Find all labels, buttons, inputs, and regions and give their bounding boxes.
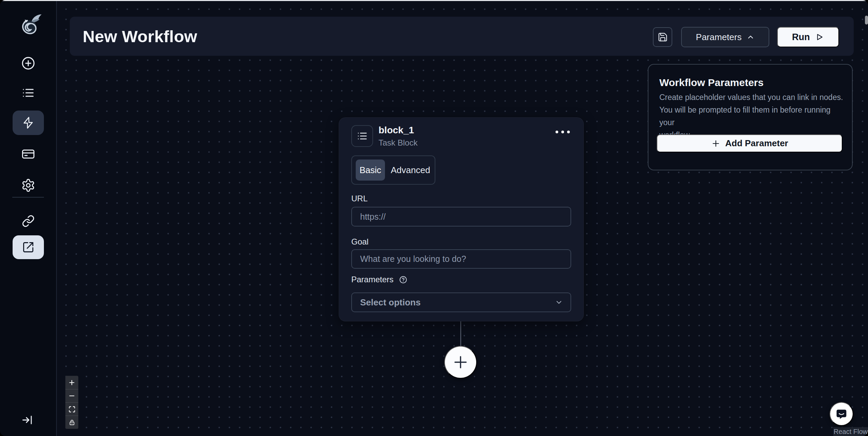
panel-title: Workflow Parameters (659, 77, 763, 88)
messenger-bubble-icon (835, 407, 848, 421)
ellipsis-menu-icon[interactable] (553, 129, 572, 135)
parameters-select[interactable]: Select options (351, 292, 571, 312)
workflow-header: New Workflow Parameters Run (70, 17, 854, 56)
app-viewport: New Workflow Parameters Run bloc (0, 0, 868, 436)
lightning-bolt-icon (22, 116, 35, 129)
goal-input[interactable] (351, 249, 571, 269)
block-type-icon-box (351, 125, 373, 147)
react-flow-attribution[interactable]: React Flow (833, 427, 868, 436)
select-placeholder: Select options (360, 297, 421, 308)
sidebar-divider (12, 197, 44, 198)
link-icon[interactable] (22, 215, 35, 228)
runs-list-icon[interactable] (21, 86, 35, 100)
save-button[interactable] (653, 27, 672, 47)
gear-icon[interactable] (21, 178, 35, 192)
chevron-up-icon (746, 33, 755, 41)
url-input[interactable] (351, 207, 571, 227)
add-node-button[interactable] (444, 346, 477, 379)
parameters-toggle-button[interactable]: Parameters (681, 27, 769, 47)
parameters-label-row: Parameters (351, 275, 407, 284)
list-icon (356, 130, 368, 142)
app-root: New Workflow Parameters Run bloc (0, 0, 868, 436)
help-circle-icon[interactable] (399, 275, 407, 284)
block-mode-tabs: Basic Advanced (351, 155, 435, 185)
block-type-label: Task Block (379, 138, 418, 148)
fit-view-button[interactable] (65, 402, 78, 416)
tab-advanced[interactable]: Advanced (391, 165, 430, 175)
zoom-out-button[interactable] (65, 389, 78, 402)
parameters-button-label: Parameters (696, 32, 741, 43)
goal-label: Goal (351, 237, 369, 247)
canvas-controls (65, 376, 78, 429)
block-title-group: block_1 Task Block (379, 125, 418, 147)
tab-basic[interactable]: Basic (356, 160, 385, 181)
add-parameter-label: Add Parameter (725, 138, 788, 149)
workflow-parameters-panel: Workflow Parameters Create placeholder v… (648, 64, 853, 170)
url-label: URL (351, 194, 368, 203)
plus-icon (711, 139, 721, 148)
plus-icon (452, 353, 469, 371)
sidebar-item-external[interactable] (13, 235, 44, 259)
collapse-sidebar-arrow-icon[interactable] (21, 414, 34, 426)
parameters-label: Parameters (351, 275, 393, 284)
run-button-label: Run (792, 32, 810, 43)
zoom-in-button[interactable] (65, 376, 78, 389)
task-block-node[interactable]: block_1 Task Block Basic Advanced URL Go… (339, 117, 584, 321)
node-edge-connector (460, 321, 461, 347)
block-name: block_1 (379, 125, 418, 136)
sidebar-item-workflows[interactable] (13, 111, 44, 135)
save-floppy-icon (658, 32, 668, 42)
lock-button[interactable] (65, 416, 78, 429)
play-icon (815, 32, 824, 42)
external-link-icon (22, 241, 34, 253)
create-plus-circle-icon[interactable] (21, 56, 36, 71)
page-title: New Workflow (83, 17, 197, 56)
top-accent-line (0, 0, 868, 1)
sidebar (0, 0, 57, 436)
skyvern-dragon-logo[interactable] (18, 13, 44, 37)
credit-card-icon[interactable] (21, 147, 35, 161)
panel-description: Create placeholder values that you can l… (659, 91, 847, 141)
run-button[interactable]: Run (777, 27, 839, 47)
chevron-down-icon (555, 298, 563, 306)
scrollbar-thumb[interactable] (865, 16, 868, 24)
add-parameter-button[interactable]: Add Parameter (657, 134, 842, 152)
chat-messenger-button[interactable] (830, 402, 853, 426)
